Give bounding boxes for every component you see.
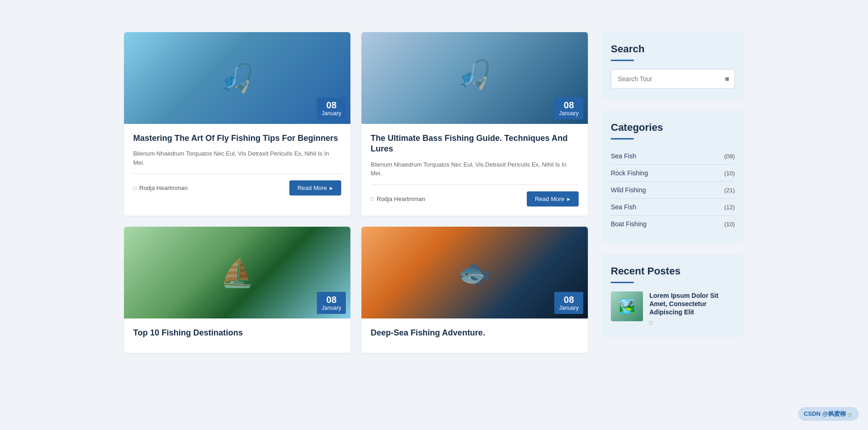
card-image (124, 32, 350, 124)
category-count: (10) (724, 170, 735, 177)
card-footer: □ Rodja Heartmman Read More ▸ (371, 191, 579, 207)
search-input-wrapper: ■ (611, 69, 735, 89)
card-title: Mastering The Art Of Fly Fishing Tips Fo… (133, 133, 341, 144)
calendar-icon: □ (649, 319, 653, 326)
category-name: Wild Fishing (611, 186, 646, 194)
card-text: Blienum Nhaedrum Torquatos Nec Eul, Vis … (371, 160, 579, 178)
search-title-underline (611, 60, 634, 61)
category-name: Sea Fish (611, 152, 636, 160)
date-month: January (559, 110, 579, 117)
page-wrapper: 08 January Mastering The Art Of Fly Fish… (0, 0, 868, 371)
card-author: □ Rodja Heartmman (133, 184, 188, 191)
arrow-icon: ▸ (567, 195, 570, 202)
category-count: (09) (724, 153, 735, 160)
card-image (124, 227, 350, 318)
card-author: □ Rodja Heartmman (371, 195, 425, 202)
card-image (361, 32, 588, 124)
category-item-2[interactable]: Wild Fishing (21) (611, 182, 735, 199)
card-footer: □ Rodja Heartmman Read More ▸ (133, 180, 341, 195)
watermark: CSDN @枫蜜柳🍵 (798, 407, 859, 421)
date-month: January (321, 110, 341, 117)
author-icon: □ (133, 185, 136, 191)
date-day: 08 (321, 295, 341, 305)
date-day: 08 (559, 295, 579, 305)
date-day: 08 (321, 100, 341, 110)
recent-posts-title: Recent Postes (611, 265, 735, 277)
category-item-0[interactable]: Sea Fish (09) (611, 148, 735, 165)
card-body: The Ultimate Bass Fishing Guide. Techniq… (361, 124, 588, 216)
author-name: Rodja Heartmman (139, 184, 188, 191)
card-4: 08 January Deep-Sea Fishing Adventure. (361, 227, 588, 353)
card-image (361, 227, 588, 318)
author-icon: □ (371, 195, 374, 202)
card-body: Top 10 Fishing Destinations (124, 318, 350, 353)
main-content: 08 January Mastering The Art Of Fly Fish… (124, 32, 588, 353)
category-count: (10) (724, 221, 735, 228)
categories-title: Categories (611, 122, 735, 134)
recent-post-date: □ (649, 319, 735, 326)
category-item-3[interactable]: Sea Fish (12) (611, 199, 735, 216)
read-more-button[interactable]: Read More ▸ (527, 191, 579, 207)
card-text: Blienum Nhaedrum Torquatos Nec Eul, Vis … (133, 149, 341, 167)
category-list: Sea Fish (09) Rock Fishing (10) Wild Fis… (611, 148, 735, 232)
category-name: Boat Fishing (611, 220, 647, 228)
category-count: (21) (724, 187, 735, 194)
recent-post: 🏞️ Lorem Ipsum Dolor Sit Amet, Consectet… (611, 291, 735, 326)
category-name: Rock Fishing (611, 169, 648, 177)
categories-title-underline (611, 138, 634, 140)
card-image-wrapper: 08 January (361, 227, 588, 318)
card-image-wrapper: 08 January (124, 227, 350, 318)
category-count: (12) (724, 204, 735, 211)
card-body: Deep-Sea Fishing Adventure. (361, 318, 588, 353)
date-month: January (559, 305, 579, 311)
card-divider (371, 184, 579, 185)
card-title: The Ultimate Bass Fishing Guide. Techniq… (371, 133, 579, 155)
recent-post-thumbnail: 🏞️ (611, 291, 643, 321)
read-more-button[interactable]: Read More ▸ (289, 180, 341, 195)
date-day: 08 (559, 100, 579, 110)
date-badge: 08 January (317, 292, 346, 314)
author-name: Rodja Heartmman (377, 195, 425, 202)
recent-post-title: Lorem Ipsum Dolor Sit Amet, Consectetur … (649, 291, 735, 317)
date-badge: 08 January (554, 97, 583, 119)
card-1: 08 January Mastering The Art Of Fly Fish… (124, 32, 350, 216)
category-name: Sea Fish (611, 203, 636, 211)
date-badge: 08 January (554, 292, 583, 314)
card-title: Top 10 Fishing Destinations (133, 328, 341, 338)
sidebar: Search ■ Categories Sea Fish (09) Rock F… (602, 32, 744, 353)
category-item-4[interactable]: Boat Fishing (10) (611, 216, 735, 232)
arrow-icon: ▸ (330, 184, 333, 191)
search-input[interactable] (611, 69, 735, 89)
search-icon[interactable]: ■ (725, 75, 729, 83)
card-image-wrapper: 08 January (124, 32, 350, 124)
date-month: January (321, 305, 341, 311)
search-section: Search ■ (602, 32, 744, 100)
card-3: 08 January Top 10 Fishing Destinations (124, 227, 350, 353)
recent-post-info: Lorem Ipsum Dolor Sit Amet, Consectetur … (649, 291, 735, 326)
search-title: Search (611, 43, 735, 55)
card-2: 08 January The Ultimate Bass Fishing Gui… (361, 32, 588, 216)
categories-section: Categories Sea Fish (09) Rock Fishing (1… (602, 111, 744, 243)
recent-posts-title-underline (611, 282, 634, 283)
card-divider (133, 173, 341, 174)
card-title: Deep-Sea Fishing Adventure. (371, 328, 579, 338)
recent-posts-section: Recent Postes 🏞️ Lorem Ipsum Dolor Sit A… (602, 254, 744, 337)
category-item-1[interactable]: Rock Fishing (10) (611, 165, 735, 182)
date-badge: 08 January (317, 97, 346, 119)
card-body: Mastering The Art Of Fly Fishing Tips Fo… (124, 124, 350, 205)
card-image-wrapper: 08 January (361, 32, 588, 124)
